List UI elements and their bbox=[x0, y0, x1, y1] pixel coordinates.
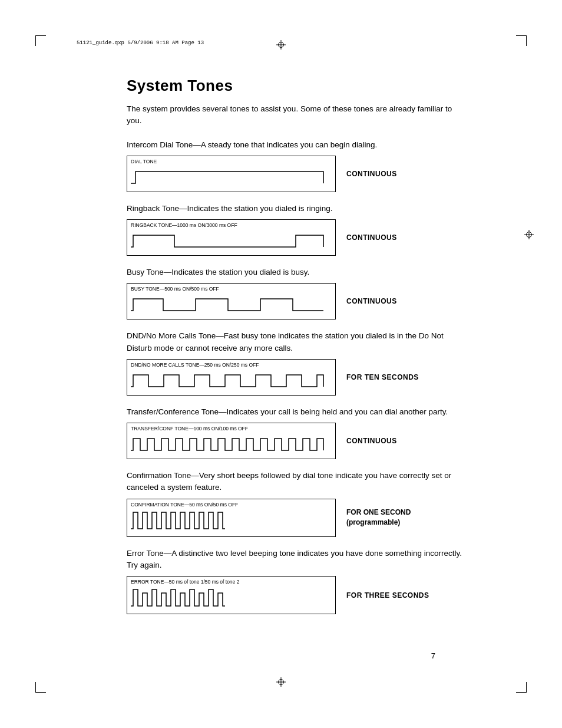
busy-tone-section: Busy Tone—Indicates the station you dial… bbox=[127, 266, 468, 319]
error-tone-duration: FOR THREE SECONDS bbox=[346, 591, 429, 599]
ringback-tone-box: RINGBACK TONE—1000 ms ON/3000 ms OFF bbox=[127, 219, 336, 256]
dnd-tone-box: DND/NO MORE CALLS TONE—250 ms ON/250 ms … bbox=[127, 359, 336, 396]
ringback-tone-duration: CONTINUOUS bbox=[346, 233, 397, 242]
confirmation-tone-box: CONFIRMATION TONE—50 ms ON/50 ms OFF bbox=[127, 499, 336, 537]
error-tone-waveform bbox=[131, 587, 328, 608]
ringback-tone-label: RINGBACK TONE—1000 ms ON/3000 ms OFF bbox=[131, 222, 332, 228]
error-tone-label: ERROR TONE—50 ms of tone 1/50 ms of tone… bbox=[131, 579, 332, 585]
reg-mark-right bbox=[524, 230, 534, 239]
confirmation-tone-section: Confirmation Tone—Very short beeps follo… bbox=[127, 470, 468, 537]
dnd-tone-waveform bbox=[131, 370, 328, 389]
ringback-tone-waveform bbox=[131, 230, 328, 249]
dial-tone-section: Intercom Dial Tone—A steady tone that in… bbox=[127, 139, 468, 192]
page-number: 7 bbox=[431, 651, 435, 660]
confirmation-tone-diagram-row: CONFIRMATION TONE—50 ms ON/50 ms OFF FOR… bbox=[127, 499, 468, 537]
ringback-tone-description: Ringback Tone—Indicates the station you … bbox=[127, 203, 468, 215]
busy-tone-label: BUSY TONE—500 ms ON/500 ms OFF bbox=[131, 286, 332, 292]
corner-mark-tl bbox=[35, 35, 46, 46]
busy-tone-box: BUSY TONE—500 ms ON/500 ms OFF bbox=[127, 283, 336, 319]
corner-mark-br bbox=[516, 682, 527, 693]
transfer-tone-box: TRANSFER/CONF TONE—100 ms ON/100 ms OFF bbox=[127, 423, 336, 459]
busy-tone-description: Busy Tone—Indicates the station you dial… bbox=[127, 266, 468, 278]
transfer-tone-waveform bbox=[131, 434, 328, 453]
header-file-info: 51121_guide.qxp 5/9/2006 9:18 AM Page 13 bbox=[77, 40, 204, 46]
dial-tone-waveform bbox=[131, 167, 328, 186]
intro-text: The system provides several tones to ass… bbox=[127, 103, 468, 127]
corner-mark-tr bbox=[516, 35, 527, 46]
confirmation-tone-duration: FOR ONE SECOND (programmable) bbox=[346, 508, 411, 528]
busy-tone-waveform bbox=[131, 294, 328, 313]
busy-tone-duration: CONTINUOUS bbox=[346, 297, 397, 305]
dial-tone-box: DIAL TONE bbox=[127, 156, 336, 192]
confirmation-tone-description: Confirmation Tone—Very short beeps follo… bbox=[127, 470, 468, 494]
transfer-tone-duration: CONTINUOUS bbox=[346, 437, 397, 445]
main-content: System Tones The system provides several… bbox=[127, 77, 468, 625]
error-tone-diagram-row: ERROR TONE—50 ms of tone 1/50 ms of tone… bbox=[127, 576, 468, 614]
dnd-tone-description: DND/No More Calls Tone—Fast busy tone in… bbox=[127, 330, 468, 354]
error-tone-description: Error Tone—A distinctive two level beepi… bbox=[127, 548, 468, 572]
dial-tone-label: DIAL TONE bbox=[131, 159, 332, 164]
error-tone-section: Error Tone—A distinctive two level beepi… bbox=[127, 548, 468, 615]
busy-tone-diagram-row: BUSY TONE—500 ms ON/500 ms OFF CONTINUOU… bbox=[127, 283, 468, 319]
confirmation-tone-waveform bbox=[131, 510, 328, 531]
transfer-tone-label: TRANSFER/CONF TONE—100 ms ON/100 ms OFF bbox=[131, 426, 332, 431]
reg-mark-bottom-center bbox=[276, 677, 286, 687]
dnd-tone-section: DND/No More Calls Tone—Fast busy tone in… bbox=[127, 330, 468, 396]
ringback-tone-section: Ringback Tone—Indicates the station you … bbox=[127, 203, 468, 256]
dial-tone-description: Intercom Dial Tone—A steady tone that in… bbox=[127, 139, 468, 151]
transfer-tone-description: Transfer/Conference Tone—Indicates your … bbox=[127, 406, 468, 418]
ringback-tone-diagram-row: RINGBACK TONE—1000 ms ON/3000 ms OFF CON… bbox=[127, 219, 468, 256]
dial-tone-diagram-row: DIAL TONE CONTINUOUS bbox=[127, 156, 468, 192]
page-title: System Tones bbox=[127, 77, 468, 95]
dnd-tone-duration: FOR TEN SECONDS bbox=[346, 373, 419, 381]
error-tone-box: ERROR TONE—50 ms of tone 1/50 ms of tone… bbox=[127, 576, 336, 614]
transfer-tone-diagram-row: TRANSFER/CONF TONE—100 ms ON/100 ms OFF … bbox=[127, 423, 468, 459]
reg-mark-top bbox=[276, 40, 286, 50]
confirmation-tone-label: CONFIRMATION TONE—50 ms ON/50 ms OFF bbox=[131, 502, 332, 508]
transfer-tone-section: Transfer/Conference Tone—Indicates your … bbox=[127, 406, 468, 459]
dnd-tone-diagram-row: DND/NO MORE CALLS TONE—250 ms ON/250 ms … bbox=[127, 359, 468, 396]
dial-tone-duration: CONTINUOUS bbox=[346, 170, 397, 178]
corner-mark-bl bbox=[35, 682, 46, 693]
dnd-tone-label: DND/NO MORE CALLS TONE—250 ms ON/250 ms … bbox=[131, 362, 332, 368]
